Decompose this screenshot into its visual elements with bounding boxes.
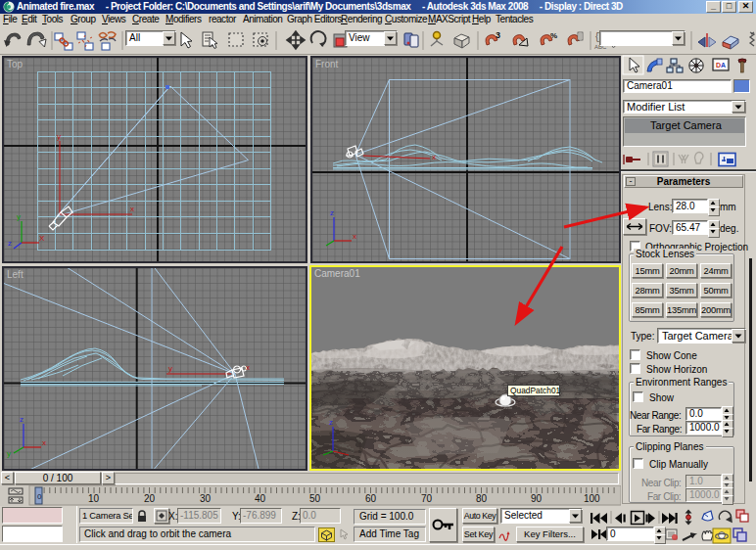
svg-text:30: 30 bbox=[200, 493, 212, 504]
svg-text:20: 20 bbox=[144, 493, 156, 504]
svg-text:A: A bbox=[721, 62, 726, 69]
svg-text:x: x bbox=[353, 232, 356, 241]
svg-text:60: 60 bbox=[365, 493, 377, 504]
svg-text:z: z bbox=[330, 208, 334, 217]
svg-text:50: 50 bbox=[309, 493, 321, 504]
svg-text:y: y bbox=[17, 212, 21, 221]
svg-text:x: x bbox=[246, 363, 250, 372]
svg-text:z: z bbox=[329, 418, 333, 427]
svg-text:40: 40 bbox=[255, 493, 266, 504]
svg-text:x: x bbox=[432, 153, 436, 161]
svg-text:10: 10 bbox=[88, 493, 100, 504]
svg-text:X: X bbox=[39, 234, 45, 243]
svg-text:%: % bbox=[550, 31, 557, 40]
svg-text:x: x bbox=[130, 205, 134, 213]
svg-text:0: 0 bbox=[37, 492, 42, 501]
svg-text:x: x bbox=[42, 438, 46, 447]
svg-text:y: y bbox=[57, 132, 61, 141]
svg-text:100: 100 bbox=[584, 493, 600, 504]
svg-text:90: 90 bbox=[531, 493, 543, 504]
svg-text:z: z bbox=[20, 415, 24, 424]
svg-text:80: 80 bbox=[476, 493, 488, 504]
svg-text:70: 70 bbox=[421, 493, 433, 504]
svg-text:QuadPatch01: QuadPatch01 bbox=[510, 386, 561, 395]
svg-text:z: z bbox=[8, 239, 12, 248]
svg-text:y: y bbox=[168, 364, 172, 373]
svg-text:y: y bbox=[7, 449, 11, 458]
svg-text:3: 3 bbox=[496, 30, 500, 40]
